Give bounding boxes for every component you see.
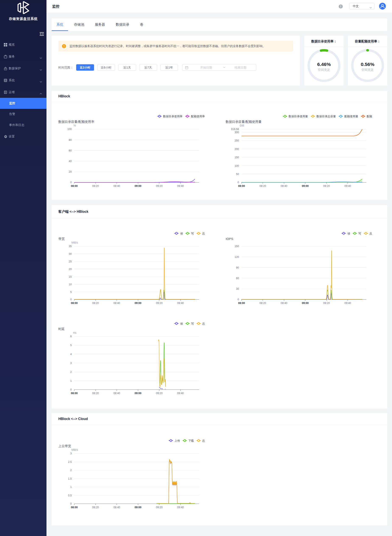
time-button-6h[interactable]: 近6小时: [97, 64, 115, 71]
tab-label: 卷: [140, 23, 144, 26]
svg-text:09:00: 09:00: [135, 185, 141, 188]
sidebar-item-service[interactable]: 服务: [0, 51, 47, 62]
gauge-card-directory-usage: 数据目录使用率： 6.46%空间充足: [304, 36, 344, 86]
sidebar-item-monitoring[interactable]: 监控: [0, 98, 47, 109]
tab-system[interactable]: 系统: [51, 18, 68, 31]
avatar[interactable]: [379, 3, 386, 9]
header: 监控 中文: [47, 0, 392, 13]
svg-text:08:00: 08:00: [238, 185, 245, 188]
warning-icon: [62, 44, 66, 48]
svg-text:08:40: 08:40: [281, 185, 287, 188]
end-date-input[interactable]: 结束日期: [227, 65, 254, 70]
sidebar-item-settings[interactable]: 设置: [0, 131, 47, 142]
svg-text:0: 0: [70, 181, 72, 184]
sidebar-item-system[interactable]: 系统: [0, 75, 47, 86]
svg-text:60: 60: [236, 277, 239, 280]
system-icon: [4, 79, 7, 82]
svg-text:20: 20: [69, 268, 72, 271]
svg-text:08:40: 08:40: [114, 302, 120, 305]
chevron-down-icon: [40, 56, 42, 57]
sidebar-item-ops[interactable]: 运维: [0, 87, 47, 98]
time-button-2h[interactable]: 近2小时: [76, 64, 94, 71]
time-range-row: 时间范围： 近2小时 近6小时 近1天 近7天 近1年 开始日期 ~ 结束日期: [58, 64, 296, 71]
menu-fold-icon[interactable]: [39, 32, 44, 36]
svg-text:1: 1: [70, 485, 72, 489]
tab-storage-pool[interactable]: 存储池: [69, 18, 89, 31]
date-range-picker[interactable]: 开始日期 ~ 结束日期: [182, 64, 256, 71]
time-range-label: 时间范围：: [58, 64, 73, 71]
language-select[interactable]: 中文: [349, 3, 374, 9]
svg-text:90: 90: [236, 266, 239, 269]
svg-text:上传: 上传: [174, 439, 180, 442]
start-date-input[interactable]: 开始日期: [191, 65, 222, 70]
svg-text:09:00: 09:00: [135, 506, 141, 509]
tab-label: 数据目录: [116, 23, 129, 26]
logo: [0, 1, 47, 15]
svg-text:配额使用率: 配额使用率: [191, 115, 205, 118]
sidebar-item-label: 系统: [9, 79, 15, 82]
tab-label: 存储池: [74, 23, 84, 26]
gauge-title: 数据目录使用率：: [304, 36, 344, 47]
svg-text:318.56: 318.56: [231, 128, 239, 131]
time-button-7d[interactable]: 近7天: [139, 64, 157, 71]
svg-text:%: %: [73, 124, 76, 127]
svg-text:0: 0: [70, 388, 72, 391]
svg-text:08:20: 08:20: [92, 302, 99, 305]
sidebar-item-events-logs[interactable]: 事件和日志: [0, 120, 47, 131]
svg-text:配额: 配额: [367, 115, 372, 118]
sidebar-item-label: 事件和日志: [9, 123, 25, 127]
section-card-hblock: HBlock 配额使用率数据目录使用率数据目录容量/配额使用率%02040608…: [51, 91, 387, 200]
svg-text:80: 80: [69, 139, 72, 142]
svg-text:09:20: 09:20: [323, 302, 330, 305]
lock-icon: [4, 67, 7, 70]
language-value: 中文: [353, 3, 359, 9]
svg-text:09:00: 09:00: [302, 185, 308, 188]
sidebar-item-label: 服务: [9, 55, 15, 59]
svg-text:空间充足: 空间充足: [361, 68, 374, 71]
chart-client-iops: 总写读IOPS030609012015008:0008:2008:4009:00…: [226, 229, 387, 306]
svg-text:09:20: 09:20: [323, 185, 330, 188]
svg-text:08:00: 08:00: [71, 185, 78, 188]
svg-text:1.5: 1.5: [68, 477, 72, 480]
svg-text:08:00: 08:00: [238, 302, 245, 305]
tabs-bar: 系统 存储池 服务器 数据目录 卷: [51, 18, 387, 31]
svg-text:08:40: 08:40: [114, 506, 120, 509]
svg-text:时延: 时延: [58, 327, 65, 331]
time-button-1d[interactable]: 近1天: [118, 64, 136, 71]
sidebar-item-overview[interactable]: 概览: [0, 39, 47, 50]
svg-text:30: 30: [236, 287, 239, 290]
sidebar-item-alerts[interactable]: 告警: [0, 109, 47, 120]
app-title: 存储资源盘活系统: [0, 17, 47, 21]
sidebar-item-data-protection[interactable]: 数据保护: [0, 63, 47, 74]
tab-data-directory[interactable]: 数据目录: [111, 18, 134, 31]
svg-text:2.5: 2.5: [68, 461, 72, 463]
svg-text:3: 3: [70, 362, 72, 365]
tab-server[interactable]: 服务器: [90, 18, 110, 31]
svg-text:下载: 下载: [188, 439, 194, 442]
svg-text:数据目录容量/配额使用率: 数据目录容量/配额使用率: [58, 120, 94, 124]
info-icon[interactable]: [339, 5, 343, 9]
gauge-donut: 0.56%空间充足: [348, 47, 387, 87]
tab-volume[interactable]: 卷: [135, 18, 148, 31]
svg-text:120: 120: [234, 256, 239, 259]
svg-text:4: 4: [70, 353, 72, 356]
section-header: HBlock: [51, 91, 387, 102]
sidebar-item-label: 概览: [9, 43, 15, 47]
svg-text:总: 总: [369, 232, 372, 235]
svg-text:50: 50: [236, 173, 239, 176]
svg-text:100: 100: [67, 128, 72, 131]
svg-text:09:00: 09:00: [135, 392, 141, 395]
svg-text:上云带宽: 上云带宽: [58, 444, 71, 448]
svg-text:08:40: 08:40: [114, 392, 120, 395]
svg-text:09:20: 09:20: [156, 185, 163, 188]
ops-icon: [4, 91, 7, 94]
svg-text:09:40: 09:40: [177, 506, 184, 509]
time-button-1y[interactable]: 近1年: [160, 64, 178, 71]
svg-text:08:40: 08:40: [114, 185, 120, 188]
svg-text:09:00: 09:00: [302, 302, 308, 305]
svg-text:0.5: 0.5: [68, 494, 72, 497]
calendar-icon: [185, 66, 188, 69]
svg-text:总: 总: [202, 322, 205, 325]
svg-text:MiB/s: MiB/s: [71, 448, 78, 451]
chart-dir-quota-usage: 配额配额使用量数据目录总容量数据目录使用量数据目录容量/配额使用量GiB0501…: [226, 112, 387, 189]
